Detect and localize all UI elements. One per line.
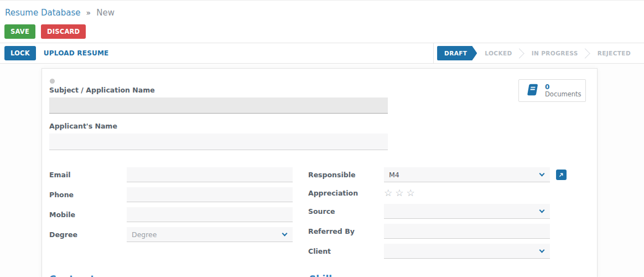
- appreciation-label: Appreciation: [308, 189, 384, 197]
- documents-label: Documents: [545, 91, 581, 98]
- responsible-label: Responsible: [308, 171, 384, 179]
- mobile-input[interactable]: [127, 207, 293, 222]
- phone-input[interactable]: [127, 187, 293, 202]
- chevron-down-icon: [539, 247, 545, 253]
- star-icon[interactable]: [407, 188, 415, 198]
- star-icon[interactable]: [384, 188, 392, 198]
- star-icon[interactable]: [395, 188, 403, 198]
- form-sheet: 0 Documents Subject / Application Name A…: [41, 68, 598, 277]
- source-select[interactable]: [384, 204, 550, 219]
- status-stage-in-progress[interactable]: IN PROGRESS: [524, 46, 586, 60]
- source-row: Source: [308, 201, 586, 221]
- applicant-name-label: Applicant's Name: [49, 122, 586, 130]
- mobile-row: Mobile: [49, 204, 308, 224]
- breadcrumb-parent-link[interactable]: Resume Database: [5, 8, 80, 18]
- documents-stat-text: 0 Documents: [545, 84, 581, 98]
- degree-select[interactable]: Degree: [127, 227, 293, 242]
- phone-label: Phone: [49, 191, 127, 199]
- referred-by-label: Referred By: [308, 227, 384, 235]
- lock-button[interactable]: LOCK: [4, 46, 36, 60]
- degree-label: Degree: [49, 230, 127, 239]
- mobile-label: Mobile: [49, 211, 127, 219]
- subject-label: Subject / Application Name: [49, 86, 586, 94]
- referred-by-input[interactable]: [384, 224, 550, 239]
- skills-section-title: Skills: [309, 274, 337, 277]
- client-label: Client: [308, 247, 384, 255]
- email-input[interactable]: [127, 167, 293, 182]
- subject-input[interactable]: [49, 98, 388, 114]
- resume-form-screen: Resume Database » New SAVE DISCARD LOCK …: [0, 0, 644, 277]
- book-icon: [526, 83, 540, 99]
- client-row: Client: [308, 241, 586, 261]
- responsible-row: Responsible M4: [308, 165, 586, 184]
- left-field-column: Email Phone Mobile Degree Degree: [49, 165, 308, 261]
- referred-by-row: Referred By: [308, 221, 586, 241]
- kanban-state-dot[interactable]: [50, 79, 55, 84]
- breadcrumb-current: New: [96, 8, 115, 18]
- responsible-select[interactable]: M4: [384, 167, 550, 182]
- degree-row: Degree Degree: [49, 224, 308, 244]
- appreciation-rating: [384, 184, 415, 201]
- external-link-button[interactable]: [556, 170, 567, 180]
- applicant-name-input[interactable]: [49, 134, 388, 150]
- form-toolbar: LOCK UPLOAD RESUME DRAFT LOCKED IN PROGR…: [0, 43, 644, 64]
- contract-section-title: Contract: [49, 274, 309, 277]
- breadcrumb-separator: »: [86, 8, 91, 17]
- source-label: Source: [308, 207, 384, 216]
- section-headers: Contract Skills: [49, 274, 586, 277]
- right-field-column: Responsible M4 Appreciation: [308, 165, 586, 261]
- documents-count: 0: [545, 84, 581, 91]
- breadcrumb: Resume Database » New: [0, 1, 644, 20]
- status-stage-draft[interactable]: DRAFT: [437, 46, 477, 60]
- documents-stat-button[interactable]: 0 Documents: [518, 79, 586, 102]
- discard-button[interactable]: DISCARD: [41, 24, 86, 39]
- upload-resume-button[interactable]: UPLOAD RESUME: [44, 49, 109, 57]
- status-stage-rejected[interactable]: REJECTED: [590, 46, 638, 60]
- content-area: 0 Documents Subject / Application Name A…: [0, 64, 644, 277]
- field-columns: Email Phone Mobile Degree Degree: [49, 165, 586, 261]
- email-label: Email: [49, 171, 127, 179]
- save-button[interactable]: SAVE: [4, 24, 35, 39]
- email-row: Email: [49, 165, 308, 184]
- chevron-down-icon: [539, 207, 545, 213]
- phone-row: Phone: [49, 184, 308, 204]
- action-button-row: SAVE DISCARD: [0, 20, 644, 43]
- client-select[interactable]: [384, 244, 550, 259]
- chevron-down-icon: [282, 230, 288, 236]
- responsible-value: M4: [389, 171, 399, 179]
- appreciation-row: Appreciation: [308, 184, 586, 201]
- degree-placeholder: Degree: [132, 230, 157, 239]
- chevron-down-icon: [539, 171, 545, 176]
- status-bar: DRAFT LOCKED IN PROGRESS REJECTED: [433, 43, 644, 63]
